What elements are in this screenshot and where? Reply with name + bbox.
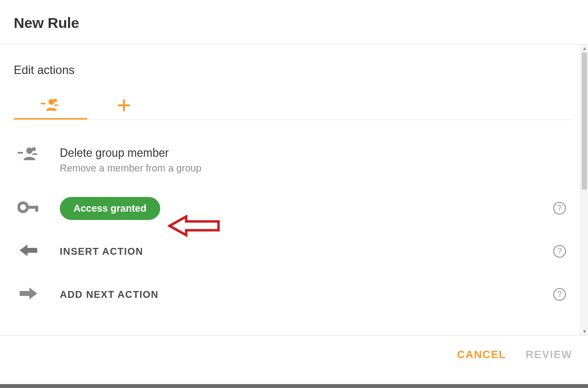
svg-point-1 (49, 99, 54, 105)
arrow-right-icon (20, 287, 37, 302)
insert-action-row[interactable]: INSERT ACTION ? (14, 230, 574, 273)
scroll-area: Edit actions (0, 45, 588, 336)
tab-remove-member[interactable] (14, 93, 87, 120)
scrollbar[interactable]: ▲ ▼ (580, 45, 588, 335)
cancel-button[interactable]: CANCEL (457, 348, 506, 361)
dialog-title: New Rule (14, 15, 588, 31)
person-remove-icon (18, 146, 39, 163)
dialog-header: New Rule (0, 0, 588, 44)
svg-point-8 (19, 203, 27, 212)
action-subtitle: Remove a member from a group (60, 163, 528, 174)
help-icon[interactable]: ? (553, 245, 566, 258)
add-next-action-label: ADD NEXT ACTION (60, 289, 528, 300)
access-row: Access granted ? (14, 187, 574, 230)
svg-point-6 (26, 147, 33, 154)
scrollbar-thumb[interactable] (582, 52, 587, 190)
dialog-footer: CANCEL REVIEW (0, 336, 588, 361)
bottom-bar (0, 384, 588, 388)
add-next-action-row[interactable]: ADD NEXT ACTION ? (14, 273, 574, 316)
help-icon[interactable]: ? (553, 202, 566, 215)
help-icon[interactable]: ? (553, 288, 566, 301)
plus-icon (118, 99, 130, 114)
review-button[interactable]: REVIEW (526, 348, 572, 361)
svg-rect-5 (18, 152, 23, 154)
access-granted-chip[interactable]: Access granted (60, 197, 160, 220)
tab-add-action[interactable] (87, 93, 161, 120)
svg-point-7 (32, 147, 36, 151)
insert-action-label: INSERT ACTION (60, 246, 528, 257)
arrow-left-icon (20, 244, 37, 259)
action-title: Delete group member (60, 146, 528, 160)
person-remove-icon (41, 98, 60, 114)
key-icon (18, 201, 39, 215)
action-delete-group-member: Delete group member Remove a member from… (14, 144, 574, 187)
svg-rect-10 (35, 206, 38, 212)
svg-point-2 (54, 98, 57, 102)
action-list: Delete group member Remove a member from… (14, 144, 574, 316)
svg-rect-4 (118, 104, 130, 106)
scroll-up-icon[interactable]: ▲ (582, 46, 587, 51)
scroll-down-icon[interactable]: ▼ (582, 329, 587, 334)
svg-rect-0 (41, 103, 46, 104)
tabs (14, 94, 574, 120)
section-title: Edit actions (0, 45, 588, 82)
